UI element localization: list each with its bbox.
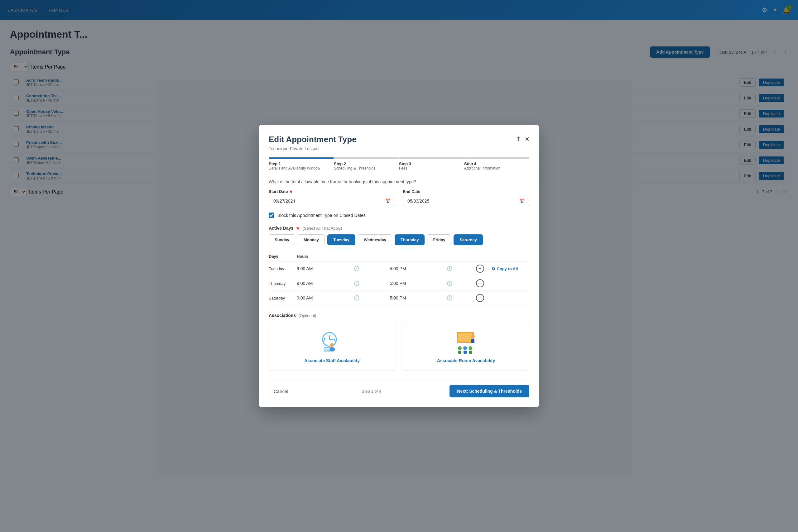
hours-row-1: Thursday 🕐 🕐 + bbox=[269, 276, 529, 291]
svg-point-18 bbox=[469, 346, 472, 350]
day-button-tuesday[interactable]: Tuesday bbox=[327, 234, 355, 245]
end-time-icon-1: 🕐 bbox=[447, 281, 453, 286]
end-time-input-2[interactable] bbox=[390, 296, 444, 301]
step-bar-4 bbox=[464, 157, 529, 159]
step-bar-3 bbox=[399, 157, 464, 159]
close-icon: × bbox=[525, 135, 529, 143]
end-time-wrap-1: 🕐 bbox=[390, 281, 476, 286]
start-date-input-wrap[interactable]: 09/27/2024 📅 bbox=[269, 196, 395, 206]
start-time-icon-0: 🕐 bbox=[354, 266, 360, 271]
svg-rect-7 bbox=[325, 350, 326, 350]
cancel-button[interactable]: Cancel bbox=[269, 385, 293, 397]
start-time-icon-1: 🕐 bbox=[354, 281, 360, 286]
stepper: Step 1 Details and Availability Window S… bbox=[269, 157, 529, 170]
hours-day-2: Saturday bbox=[269, 291, 297, 305]
hours-row-0: Tuesday 🕐 🕐 + ⧉ Copy to All bbox=[269, 262, 529, 276]
start-time-wrap-2: 🕐 bbox=[297, 295, 383, 301]
end-date-field: End Date 05/03/2025 📅 bbox=[403, 189, 529, 206]
svg-point-16 bbox=[463, 346, 467, 350]
staff-availability-icon bbox=[320, 329, 344, 354]
block-closed-dates-checkbox[interactable] bbox=[269, 212, 274, 218]
start-date-label: Start Date ★ bbox=[269, 189, 395, 194]
step-4: Step 4 Additional Information bbox=[464, 157, 529, 170]
end-date-calendar-icon[interactable]: 📅 bbox=[519, 198, 525, 204]
copy-to-all-button[interactable]: ⧉ Copy to All bbox=[492, 266, 518, 271]
associations-section-label: Associations (Optional) bbox=[269, 313, 529, 318]
add-time-slot-button-2[interactable]: + bbox=[476, 294, 484, 302]
svg-rect-9 bbox=[328, 350, 329, 350]
next-button[interactable]: Next: Scheduling & Thresholds bbox=[450, 385, 529, 397]
block-closed-dates-row: Block this Appointment Type on Closed Da… bbox=[269, 212, 529, 218]
svg-point-12 bbox=[471, 335, 475, 338]
end-time-input-0[interactable] bbox=[390, 266, 444, 271]
start-date-field: Start Date ★ 09/27/2024 📅 bbox=[269, 189, 395, 206]
svg-rect-15 bbox=[458, 350, 461, 354]
edit-appointment-type-modal: Edit Appointment Type ⬆ × Technique Priv… bbox=[259, 125, 539, 407]
associate-staff-card[interactable]: Associate Staff Availability bbox=[269, 322, 395, 371]
start-time-input-2[interactable] bbox=[297, 296, 351, 301]
hours-col-days: Days bbox=[269, 251, 297, 262]
modal-subtitle: Technique Private Lesson bbox=[269, 146, 529, 151]
hours-dash-2 bbox=[383, 291, 390, 305]
hours-day-0: Tuesday bbox=[269, 262, 297, 276]
room-availability-label: Associate Room Availability bbox=[437, 358, 495, 363]
modal-title-group: Edit Appointment Type bbox=[269, 135, 357, 144]
day-button-sunday[interactable]: Sunday bbox=[269, 234, 295, 245]
step-num-2: Step 2 bbox=[334, 162, 399, 166]
end-date-value: 05/03/2025 bbox=[407, 198, 429, 204]
step-num-3: Step 3 bbox=[399, 162, 464, 166]
start-time-wrap-0: 🕐 bbox=[297, 266, 383, 271]
step-bar-1 bbox=[269, 157, 334, 159]
form-question: What is the total allowable time frame f… bbox=[269, 179, 529, 184]
modal-header: Edit Appointment Type ⬆ × bbox=[269, 135, 529, 144]
end-date-input-wrap[interactable]: 05/03/2025 📅 bbox=[403, 196, 529, 206]
step-label-4: Additional Information bbox=[464, 166, 529, 170]
svg-rect-19 bbox=[469, 350, 472, 354]
block-closed-dates-label: Block this Appointment Type on Closed Da… bbox=[278, 213, 366, 218]
step-2: Step 2 Scheduling & Thresholds bbox=[334, 157, 399, 170]
hours-dash-0 bbox=[383, 262, 390, 276]
days-row: SundayMondayTuesdayWednesdayThursdayFrid… bbox=[269, 234, 529, 245]
date-row: Start Date ★ 09/27/2024 📅 End Date 05/03… bbox=[269, 189, 529, 206]
start-time-input-1[interactable] bbox=[297, 281, 351, 286]
step-num-4: Step 4 bbox=[464, 162, 529, 166]
step-label-3: Fees bbox=[399, 166, 464, 170]
active-days-section-label: Active Days ★ (Select All That Apply) bbox=[269, 226, 529, 231]
svg-rect-17 bbox=[463, 350, 467, 354]
end-time-input-1[interactable] bbox=[390, 281, 444, 286]
modal-overlay: Edit Appointment Type ⬆ × Technique Priv… bbox=[0, 0, 798, 532]
hours-dash-1 bbox=[383, 276, 390, 291]
step-label-1: Details and Availability Window bbox=[269, 166, 334, 170]
svg-rect-8 bbox=[327, 350, 328, 350]
day-button-saturday[interactable]: Saturday bbox=[454, 234, 483, 245]
modal-upload-button[interactable]: ⬆ bbox=[516, 135, 521, 143]
staff-availability-label: Associate Staff Availability bbox=[304, 358, 360, 363]
end-date-label: End Date bbox=[403, 189, 529, 194]
associate-room-card[interactable]: Associate Room Availability bbox=[403, 322, 529, 371]
day-button-friday[interactable]: Friday bbox=[427, 234, 451, 245]
start-date-value: 09/27/2024 bbox=[273, 198, 295, 204]
svg-rect-11 bbox=[458, 333, 473, 342]
end-time-wrap-0: 🕐 bbox=[390, 266, 476, 271]
start-date-required: ★ bbox=[289, 189, 293, 194]
modal-close-button[interactable]: × bbox=[525, 135, 529, 144]
step-num-1: Step 1 bbox=[269, 162, 334, 166]
step-bar-2 bbox=[334, 157, 399, 159]
hours-row-2: Saturday 🕐 🕐 + bbox=[269, 291, 529, 305]
modal-header-icons: ⬆ × bbox=[516, 135, 529, 144]
hours-day-1: Thursday bbox=[269, 276, 297, 291]
hours-col-hours: Hours bbox=[297, 251, 383, 262]
associations-row: Associate Staff Availability bbox=[269, 322, 529, 371]
svg-point-3 bbox=[330, 343, 334, 347]
start-date-calendar-icon[interactable]: 📅 bbox=[385, 198, 391, 204]
add-time-slot-button-1[interactable]: + bbox=[476, 279, 484, 287]
start-time-input-0[interactable] bbox=[297, 266, 351, 271]
day-button-wednesday[interactable]: Wednesday bbox=[358, 234, 392, 245]
day-button-monday[interactable]: Monday bbox=[298, 234, 325, 245]
step-label-2: Scheduling & Thresholds bbox=[334, 166, 399, 170]
hours-table: Days Hours Tuesday 🕐 bbox=[269, 251, 529, 305]
start-time-icon-2: 🕐 bbox=[354, 295, 360, 301]
modal-title: Edit Appointment Type bbox=[269, 135, 357, 144]
day-button-thursday[interactable]: Thursday bbox=[395, 234, 425, 245]
add-time-slot-button-0[interactable]: + bbox=[476, 265, 484, 273]
